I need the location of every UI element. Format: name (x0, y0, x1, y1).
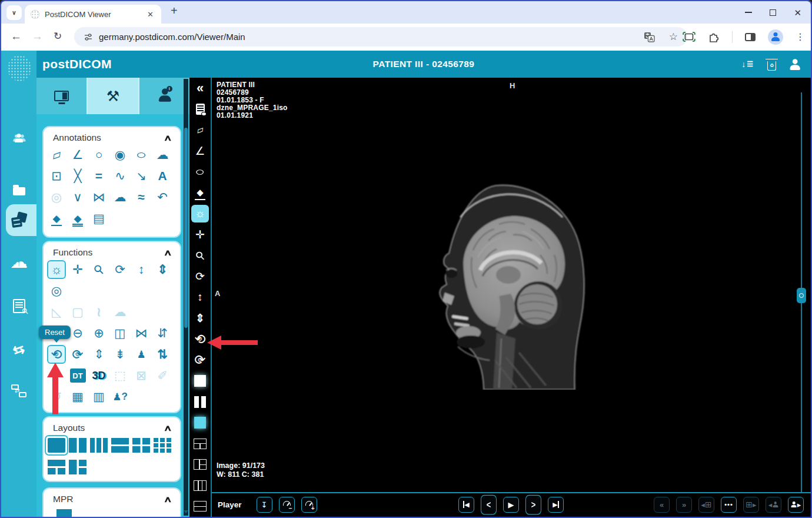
layout-2row-button[interactable] (111, 436, 129, 455)
rail-item-images[interactable] (1, 207, 36, 233)
rail-item-folders[interactable] (1, 177, 36, 202)
image-scroll-handle[interactable] (797, 288, 806, 303)
scrollbar-down-arrow-icon[interactable] (184, 510, 188, 513)
resize-handles-icon[interactable]: ⬚ (111, 366, 129, 385)
side-panel-icon[interactable] (745, 33, 756, 41)
annotations-collapse-icon[interactable]: ∧ (163, 133, 172, 142)
toolbar-layout-2col-icon[interactable] (189, 391, 211, 413)
mpr-collapse-icon[interactable]: ∧ (163, 494, 172, 504)
tune-icon[interactable] (84, 32, 93, 42)
rail-item-patients[interactable] (1, 125, 36, 151)
toolbar-zoom-icon[interactable]: ⚲ (192, 248, 208, 263)
user-profile-icon[interactable] (789, 59, 800, 70)
toolbar-layout-current-icon[interactable] (189, 413, 211, 434)
window-level-icon[interactable]: ☼ (47, 260, 66, 279)
panel-scrollbar-thumb[interactable] (184, 128, 188, 328)
fast-backward-button[interactable]: « (654, 497, 670, 513)
ruler-icon[interactable]: ▱ (44, 142, 68, 167)
erase-all-icon[interactable]: ◆ (68, 209, 87, 228)
next-series-button[interactable]: ⊞▸ (743, 497, 759, 513)
spline-icon[interactable]: ≈ (132, 188, 151, 207)
forward-button[interactable]: → (32, 30, 43, 43)
extensions-puzzle-icon[interactable] (708, 31, 720, 43)
image-viewport[interactable]: PATIENT III 02456789 01.01.1853 - F dzne… (212, 78, 811, 517)
zoom-in-icon[interactable]: ⊕ (89, 324, 108, 343)
toolbar-pan-icon[interactable]: ✛ (189, 224, 211, 245)
arrow-annotation-icon[interactable]: ↘ (132, 167, 151, 185)
reset-icon[interactable]: ⟲ ⚙ (47, 345, 66, 364)
flip-vertical-icon[interactable]: ⇵ (153, 324, 172, 343)
freehand-blob-icon[interactable]: ☁ (153, 145, 172, 164)
sort-icon[interactable]: ↓ ☰ (741, 59, 753, 69)
tab-close-icon[interactable]: ✕ (145, 10, 155, 19)
rectangle-roi-icon[interactable]: ⊡ (47, 167, 66, 185)
scroll-icon[interactable]: ↕ (132, 260, 151, 279)
reset-window-level-icon[interactable]: ⟳ ⚙ (68, 345, 87, 364)
undo-icon[interactable]: ↶ (153, 188, 172, 207)
next-image-button[interactable]: > (525, 494, 541, 514)
crossed-rect-icon[interactable]: ⊠ (132, 366, 151, 385)
previous-image-button[interactable]: < (481, 494, 497, 514)
tab-viewer-settings[interactable] (36, 78, 88, 114)
translate-icon[interactable] (644, 32, 655, 42)
eraser-icon[interactable]: ◆ (47, 209, 66, 228)
toolbar-ellipse-icon[interactable]: ○ (195, 165, 205, 178)
open-angle-icon[interactable]: ∨ (68, 188, 87, 207)
layout-1x1-button[interactable] (47, 436, 66, 455)
mirror-icon[interactable]: ⋈ (132, 324, 151, 343)
first-image-button[interactable]: ◀ (458, 497, 474, 513)
toolbar-layout-2row-icon[interactable] (189, 496, 211, 517)
next-patient-button[interactable]: ▸ (788, 497, 804, 513)
toolbar-layout-1left-2right-icon[interactable] (189, 454, 211, 476)
polyline-icon[interactable]: ∿ (111, 167, 129, 185)
tab-tools[interactable]: ⚒ (88, 78, 139, 114)
bookmark-star-icon[interactable]: ☆ (669, 31, 678, 43)
pin-icon[interactable]: ✐ (153, 366, 172, 385)
rail-item-transfer[interactable]: ⇄ (1, 378, 36, 404)
toolbar-layout-1top-2bottom-icon[interactable] (189, 433, 211, 454)
export-image-icon[interactable]: ▦ (68, 387, 87, 406)
toolbar-angle-icon[interactable]: ∠ (189, 141, 211, 162)
reload-button[interactable]: ↻ (54, 30, 62, 43)
text-annotation-icon[interactable]: A (153, 167, 172, 185)
threed-button[interactable]: 3D (89, 366, 108, 385)
zoom-icon[interactable]: ⚲ (85, 256, 112, 283)
angle-icon[interactable]: ∠ (68, 145, 87, 164)
circle-icon[interactable]: ○ (89, 145, 108, 164)
toolbar-layout-3col-icon[interactable] (189, 475, 211, 496)
dt-button[interactable]: DT (68, 366, 87, 385)
stack-scroll-icon[interactable]: ⇕ (153, 260, 172, 279)
layout-2x2-button[interactable] (132, 436, 151, 455)
fit-height-icon[interactable]: ⇕ (89, 345, 108, 364)
more-options-button[interactable]: ••• (721, 497, 737, 513)
toolbar-scroll-icon[interactable]: ↕ (189, 287, 211, 308)
closed-region-icon[interactable]: ☁ (111, 188, 129, 207)
toolbar-ruler-icon[interactable]: ▱ (187, 117, 214, 144)
toolbar-eraser-icon[interactable]: ◆ (191, 183, 209, 202)
layout-1left-2right-button[interactable] (68, 458, 87, 477)
layout-3col-button[interactable] (89, 436, 108, 455)
layout-1top-2bottom-button[interactable] (47, 458, 66, 477)
rail-item-share[interactable]: ⇆ (1, 337, 36, 363)
browser-tab[interactable]: PostDICOM Viewer ✕ (25, 5, 161, 24)
back-button[interactable]: ← (11, 30, 22, 43)
target-icon[interactable]: ◎ (47, 281, 66, 300)
layout-3x3-button[interactable] (153, 436, 172, 455)
toolbar-layout-1x1-white-icon[interactable] (189, 370, 211, 391)
app-logo[interactable]: postDICOM (42, 57, 112, 71)
layout-2col-button[interactable] (68, 436, 87, 455)
rotate-icon[interactable]: ⟳ (111, 260, 129, 279)
parallel-lines-icon[interactable]: = (89, 167, 108, 185)
cross-measure-icon[interactable]: ╳ (68, 167, 87, 185)
shrink-height-icon[interactable]: ⇟ (111, 345, 129, 364)
browser-menu-icon[interactable]: ⋮ (796, 31, 805, 42)
flip-horizontal-icon[interactable]: ◫ (111, 324, 129, 343)
save-image-icon[interactable]: ▥ (89, 387, 108, 406)
screenshot-frame-icon[interactable] (683, 32, 695, 42)
play-direction-button[interactable]: ↧ (257, 497, 272, 513)
toolbar-stack-icon[interactable]: ⇕ (189, 308, 211, 329)
previous-series-button[interactable]: ◂⊞ (698, 497, 714, 513)
report-icon[interactable] (189, 99, 211, 120)
sort-order-icon[interactable]: ⇅ (153, 345, 172, 364)
mpr-layout-icon[interactable] (56, 509, 72, 518)
